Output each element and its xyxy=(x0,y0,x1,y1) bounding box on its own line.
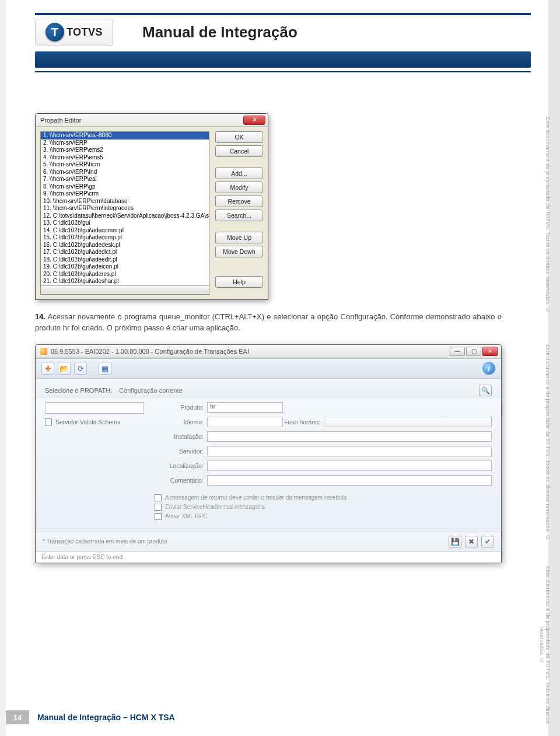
list-item[interactable]: 15. C:\dlc102b\gui\adecomp.pl xyxy=(41,234,209,242)
schema-checkbox-row[interactable]: Servidor Valida Schema xyxy=(45,418,144,425)
help-button[interactable]: Help xyxy=(215,276,263,288)
list-item[interactable]: 21. C:\dlc102b\gui\adeshar.pl xyxy=(41,278,209,285)
eai-main: Servidor Valida Schema Produto: hr Idiom… xyxy=(36,399,501,532)
checkbox-icon[interactable] xyxy=(155,513,162,520)
check1-label: A mensagem de retorno deve conter o head… xyxy=(165,494,346,501)
fuso-select[interactable] xyxy=(324,417,492,427)
eai-config-window: 06.9.5553 - EAI0202 - 1.00.00.000 - Conf… xyxy=(35,344,502,563)
eai-form: Produto: hr Idioma: Fuso horário: Instal… xyxy=(155,402,492,522)
move-up-button[interactable]: Move Up xyxy=(215,232,263,243)
list-item[interactable]: 9. \\hcm-srv\ERP\crm xyxy=(41,190,209,198)
copyright-vertical: Este documento é de propriedade da TOTVS… xyxy=(537,554,551,736)
list-item[interactable]: 18. C:\dlc102b\gui\adeedit.pl xyxy=(41,256,209,264)
list-item[interactable]: 13. C:\dlc102b\gui xyxy=(41,219,209,227)
footnote-text: * Transação cadastrada em mais de um pro… xyxy=(43,538,167,545)
remove-button[interactable]: Remove xyxy=(215,196,263,207)
add-button[interactable]: Add... xyxy=(215,168,263,179)
check-row[interactable]: A mensagem de retorno deve conter o head… xyxy=(155,494,492,501)
step-text: Acessar novamente o programa queue_monit… xyxy=(35,312,502,332)
instalacao-input[interactable] xyxy=(207,431,492,442)
check-row[interactable]: Ativar XML RPC xyxy=(155,513,492,520)
check-row[interactable]: Enviar ServiceHeader nas mensagens xyxy=(155,504,492,511)
list-item[interactable]: 14. C:\dlc102b\gui\adecomm.pl xyxy=(41,227,209,235)
list-item[interactable]: 5. \\hcm-srv\ERP\hcm xyxy=(41,161,209,169)
list-item[interactable]: 6. \\hcm-srv\ERP\fnd xyxy=(41,169,209,176)
modify-button[interactable]: Modify xyxy=(215,182,263,193)
propath-listbox[interactable]: 1. \\hcm-srv\ERP\eai-8080 2. \\hcm-srv\E… xyxy=(40,131,209,295)
list-item[interactable]: 11. \\hcm-srv\ERP\crm\integracoes xyxy=(41,205,209,212)
list-item[interactable]: 1. \\hcm-srv\ERP\eai-8080 xyxy=(41,132,209,139)
propath-body: 1. \\hcm-srv\ERP\eai-8080 2. \\hcm-srv\E… xyxy=(36,127,268,299)
checkbox-icon[interactable] xyxy=(155,504,162,511)
product-selection-box[interactable] xyxy=(45,402,144,414)
cancel-button[interactable]: Cancel xyxy=(215,145,263,157)
propath-button-column: OK Cancel Add... Modify Remove Search...… xyxy=(215,131,263,295)
info-icon[interactable]: i xyxy=(482,362,495,375)
propath-window-title: Propath Editor xyxy=(40,117,81,124)
logo-emblem: T xyxy=(46,23,64,41)
propath-editor-window: Propath Editor ✕ 1. \\hcm-srv\ERP\eai-80… xyxy=(35,113,268,300)
list-item[interactable]: 2. \\hcm-srv\ERP xyxy=(41,139,209,147)
eai-left-pane: Servidor Valida Schema xyxy=(45,402,144,522)
footer-action-icons: 💾 ✖ ✔ xyxy=(449,536,494,547)
toolbar-refresh-icon[interactable]: ⟳ xyxy=(74,362,87,375)
options-checkboxes: A mensagem de retorno deve conter o head… xyxy=(155,494,492,522)
document-title: Manual de Integração xyxy=(142,23,298,41)
close-button[interactable]: ✕ xyxy=(243,116,265,125)
page-footer: 14 Manual de Integração – HCM X TSA xyxy=(6,710,175,724)
list-item[interactable]: 17. C:\dlc102b\gui\adedict.pl xyxy=(41,249,209,256)
confirm-icon[interactable]: ✔ xyxy=(481,536,494,547)
copyright-vertical: Este documento é de propriedade da TOTVS… xyxy=(537,344,551,541)
check3-label: Ativar XML RPC xyxy=(165,513,207,519)
list-item[interactable]: 3. \\hcm-srv\ERP\ems2 xyxy=(41,146,209,154)
search-button[interactable]: Search... xyxy=(215,210,263,221)
step-number: 14. xyxy=(35,312,46,321)
propath-titlebar: Propath Editor ✕ xyxy=(36,114,268,127)
list-item[interactable]: 16. C:\dlc102b\gui\adedesk.pl xyxy=(41,242,209,249)
servidor-input[interactable] xyxy=(207,446,492,456)
list-item[interactable]: 4. \\hcm-srv\ERP\ems5 xyxy=(41,154,209,162)
save-icon[interactable]: 💾 xyxy=(449,536,461,547)
horizontal-scrollbar[interactable] xyxy=(41,285,209,294)
totvs-logo: T TOTVS xyxy=(35,19,113,46)
checkbox-icon[interactable] xyxy=(155,494,162,501)
list-item[interactable]: 7. \\hcm-srv\ERP\eai xyxy=(41,176,209,183)
produto-input[interactable]: hr xyxy=(207,402,283,413)
footer-title: Manual de Integração – HCM X TSA xyxy=(37,713,175,722)
list-item[interactable]: 8. \\hcm-srv\ERP\gp xyxy=(41,183,209,191)
idioma-input[interactable] xyxy=(207,417,283,427)
list-item[interactable]: 19. C:\dlc102b\gui\adeicon.pl xyxy=(41,263,209,271)
list-item[interactable]: 10. \\hcm-srv\ERP\crm\database xyxy=(41,198,209,205)
eai-toolbar: ✚ 📂 ⟳ ▦ i xyxy=(36,359,501,379)
minimize-button[interactable]: — xyxy=(450,347,465,356)
ok-button[interactable]: OK xyxy=(215,131,263,143)
logo-text: TOTVS xyxy=(66,26,103,39)
localizacao-input[interactable] xyxy=(207,461,492,471)
move-down-button[interactable]: Move Down xyxy=(215,246,263,257)
checkbox-icon[interactable] xyxy=(45,418,52,425)
app-icon xyxy=(40,348,47,355)
list-item[interactable]: 12. C:\totvs\datasul\berneck\ServidorApl… xyxy=(41,212,209,220)
page-number: 14 xyxy=(6,710,29,724)
header-rule-top xyxy=(35,13,531,15)
eai-propath-row: Selecione o PROPATH: Configuração corren… xyxy=(36,379,501,399)
toolbar-view-icon[interactable]: ▦ xyxy=(99,362,111,375)
produto-label: Produto: xyxy=(155,404,207,411)
list-item[interactable]: 20. C:\dlc102b\gui\aderes.pl xyxy=(41,271,209,278)
header-rule-bottom xyxy=(35,71,531,72)
toolbar-new-icon[interactable]: ✚ xyxy=(41,362,54,375)
instruction-paragraph: 14. Acessar novamente o programa queue_m… xyxy=(35,312,502,334)
check2-label: Enviar ServiceHeader nas mensagens xyxy=(165,504,265,510)
cancel-icon[interactable]: ✖ xyxy=(465,536,478,547)
header-row: T TOTVS Manual de Integração xyxy=(35,19,531,46)
propath-value: Configuração corrente xyxy=(119,387,183,394)
toolbar-open-icon[interactable]: 📂 xyxy=(58,362,71,375)
servidor-label: Servidor: xyxy=(155,448,207,455)
close-button[interactable]: ✕ xyxy=(482,347,498,356)
search-icon[interactable]: 🔍 xyxy=(479,385,492,396)
propath-label: Selecione o PROPATH: xyxy=(45,387,112,394)
eai-window-title: 06.9.5553 - EAI0202 - 1.00.00.000 - Conf… xyxy=(51,348,249,355)
status-bar: Enter data or press ESC to end. xyxy=(36,551,501,563)
comentario-input[interactable] xyxy=(207,475,492,486)
maximize-button[interactable]: ▢ xyxy=(466,347,481,356)
